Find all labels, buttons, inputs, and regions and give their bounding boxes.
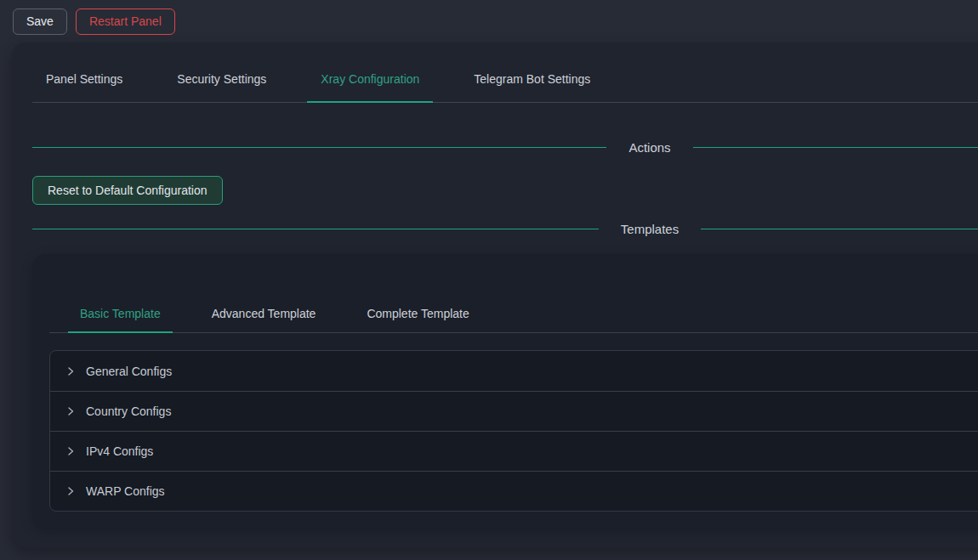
tab-basic-template[interactable]: Basic Template bbox=[68, 295, 173, 332]
template-config-collapse: General Configs Country Configs IPv4 Con… bbox=[49, 350, 978, 512]
restart-panel-button[interactable]: Restart Panel bbox=[76, 8, 175, 35]
collapse-item-label: IPv4 Configs bbox=[86, 444, 153, 458]
templates-divider-label: Templates bbox=[599, 222, 701, 236]
main-tabs: Panel Settings Security Settings Xray Co… bbox=[32, 56, 978, 103]
chevron-right-icon bbox=[65, 366, 76, 376]
collapse-item-label: General Configs bbox=[86, 365, 172, 378]
collapse-item-country-configs[interactable]: Country Configs bbox=[50, 391, 978, 431]
templates-divider: Templates bbox=[32, 218, 978, 239]
chevron-right-icon bbox=[65, 406, 76, 416]
tab-panel-settings[interactable]: Panel Settings bbox=[32, 56, 136, 102]
templates-card: Basic Template Advanced Template Complet… bbox=[32, 254, 978, 528]
actions-divider: Actions bbox=[32, 137, 978, 157]
settings-card: Panel Settings Security Settings Xray Co… bbox=[12, 42, 978, 548]
tab-complete-template[interactable]: Complete Template bbox=[355, 295, 480, 332]
divider-line bbox=[693, 147, 978, 148]
chevron-right-icon bbox=[65, 446, 76, 456]
divider-line bbox=[32, 229, 599, 229]
collapse-item-warp-configs[interactable]: WARP Configs bbox=[50, 471, 978, 511]
divider-line bbox=[701, 229, 978, 229]
chevron-right-icon bbox=[65, 486, 76, 496]
template-tabs: Basic Template Advanced Template Complet… bbox=[49, 295, 978, 333]
divider-line bbox=[32, 147, 606, 148]
collapse-item-ipv4-configs[interactable]: IPv4 Configs bbox=[50, 431, 978, 471]
save-button[interactable]: Save bbox=[13, 8, 67, 35]
collapse-item-general-configs[interactable]: General Configs bbox=[50, 351, 978, 391]
tab-advanced-template[interactable]: Advanced Template bbox=[200, 295, 328, 332]
tab-xray-configuration[interactable]: Xray Configuration bbox=[307, 56, 433, 102]
tab-security-settings[interactable]: Security Settings bbox=[163, 56, 280, 102]
collapse-item-label: WARP Configs bbox=[86, 484, 165, 498]
reset-default-configuration-button[interactable]: Reset to Default Configuration bbox=[32, 176, 223, 205]
tab-telegram-bot-settings[interactable]: Telegram Bot Settings bbox=[460, 56, 604, 102]
toolbar: Save Restart Panel bbox=[0, 0, 978, 42]
collapse-item-label: Country Configs bbox=[86, 404, 171, 418]
actions-divider-label: Actions bbox=[606, 140, 692, 155]
actions-row: Reset to Default Configuration bbox=[32, 176, 978, 205]
